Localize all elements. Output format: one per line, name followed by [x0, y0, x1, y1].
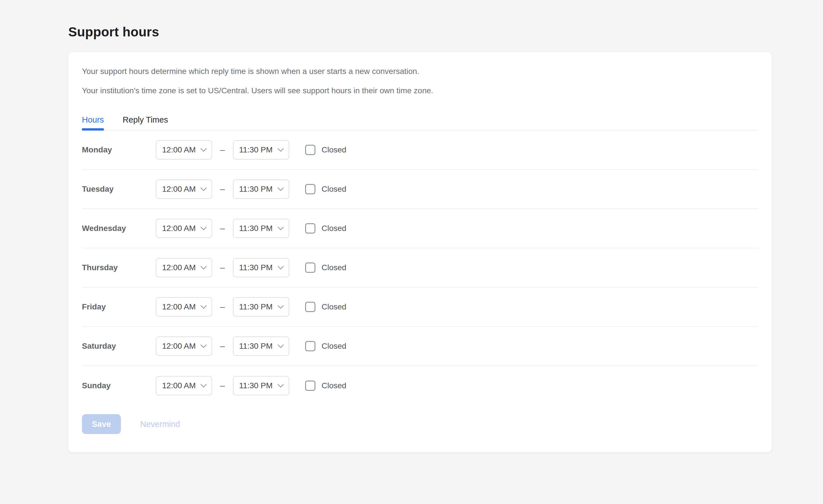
save-button[interactable]: Save [82, 414, 121, 434]
schedule-row-saturday: Saturday 12:00 AM – 11:30 PM Closed [82, 327, 758, 366]
time-range-separator: – [220, 341, 225, 351]
end-time-select[interactable]: 11:30 PM [233, 376, 289, 395]
end-time-select[interactable]: 11:30 PM [233, 336, 289, 356]
schedule-row-tuesday: Tuesday 12:00 AM – 11:30 PM Closed [82, 170, 758, 209]
closed-label: Closed [322, 302, 346, 311]
start-time-select[interactable]: 12:00 AM [156, 140, 212, 160]
nevermind-link[interactable]: Nevermind [140, 419, 180, 429]
time-range-separator: – [220, 263, 225, 273]
timezone-description: Your institution's time zone is set to U… [82, 85, 758, 97]
support-hours-description: Your support hours determine which reply… [82, 66, 758, 77]
support-hours-card: Your support hours determine which reply… [68, 52, 772, 452]
tab-hours[interactable]: Hours [82, 114, 104, 130]
chevron-down-icon [277, 185, 284, 191]
start-time-select[interactable]: 12:00 AM [156, 376, 212, 395]
time-range-separator: – [220, 145, 225, 155]
day-label: Saturday [82, 342, 156, 351]
closed-checkbox[interactable] [305, 341, 315, 351]
schedule-row-monday: Monday 12:00 AM – 11:30 PM Closed [82, 131, 758, 170]
day-label: Thursday [82, 263, 156, 272]
end-time-value: 11:30 PM [239, 224, 273, 233]
schedule-row-sunday: Sunday 12:00 AM – 11:30 PM Closed [82, 366, 758, 405]
closed-label: Closed [322, 145, 346, 154]
day-label: Friday [82, 302, 156, 311]
end-time-select[interactable]: 11:30 PM [233, 179, 289, 199]
end-time-value: 11:30 PM [239, 185, 273, 194]
start-time-select[interactable]: 12:00 AM [156, 258, 212, 277]
closed-checkbox[interactable] [305, 380, 315, 391]
chevron-down-icon [277, 302, 284, 309]
chevron-down-icon [200, 145, 207, 152]
end-time-value: 11:30 PM [239, 263, 273, 272]
support-hours-page: Support hours Your support hours determi… [0, 0, 823, 504]
schedule-row-thursday: Thursday 12:00 AM – 11:30 PM Closed [82, 248, 758, 288]
chevron-down-icon [200, 263, 207, 270]
end-time-value: 11:30 PM [239, 342, 273, 351]
chevron-down-icon [200, 302, 207, 309]
tab-bar: Hours Reply Times [82, 114, 758, 131]
start-time-select[interactable]: 12:00 AM [156, 219, 212, 238]
closed-checkbox[interactable] [305, 145, 315, 155]
closed-checkbox[interactable] [305, 263, 315, 273]
form-actions: Save Nevermind [82, 414, 758, 434]
start-time-select[interactable]: 12:00 AM [156, 297, 212, 317]
closed-label: Closed [322, 381, 346, 390]
closed-label: Closed [322, 224, 346, 233]
end-time-value: 11:30 PM [239, 302, 273, 311]
start-time-select[interactable]: 12:00 AM [156, 336, 212, 356]
closed-label: Closed [322, 263, 346, 272]
chevron-down-icon [277, 263, 284, 270]
start-time-value: 12:00 AM [162, 185, 196, 194]
chevron-down-icon [200, 381, 207, 388]
closed-checkbox[interactable] [305, 223, 315, 233]
chevron-down-icon [277, 342, 284, 348]
day-label: Tuesday [82, 185, 156, 194]
day-label: Sunday [82, 381, 156, 390]
start-time-value: 12:00 AM [162, 381, 196, 390]
closed-label: Closed [322, 342, 346, 351]
day-label: Monday [82, 145, 156, 154]
time-range-separator: – [220, 223, 225, 233]
start-time-value: 12:00 AM [162, 342, 196, 351]
end-time-value: 11:30 PM [239, 145, 273, 154]
hours-schedule: Monday 12:00 AM – 11:30 PM Closed Tuesda… [82, 131, 758, 405]
page-title: Support hours [68, 24, 159, 40]
start-time-value: 12:00 AM [162, 302, 196, 311]
time-range-separator: – [220, 184, 225, 194]
closed-checkbox[interactable] [305, 302, 315, 312]
schedule-row-friday: Friday 12:00 AM – 11:30 PM Closed [82, 288, 758, 327]
end-time-select[interactable]: 11:30 PM [233, 219, 289, 238]
day-label: Wednesday [82, 224, 156, 233]
chevron-down-icon [200, 224, 207, 230]
start-time-select[interactable]: 12:00 AM [156, 179, 212, 199]
time-range-separator: – [220, 302, 225, 312]
start-time-value: 12:00 AM [162, 224, 196, 233]
closed-label: Closed [322, 185, 346, 194]
chevron-down-icon [277, 381, 284, 388]
tab-reply-times[interactable]: Reply Times [123, 114, 168, 130]
end-time-value: 11:30 PM [239, 381, 273, 390]
end-time-select[interactable]: 11:30 PM [233, 258, 289, 277]
start-time-value: 12:00 AM [162, 145, 196, 154]
chevron-down-icon [277, 224, 284, 230]
chevron-down-icon [200, 185, 207, 191]
end-time-select[interactable]: 11:30 PM [233, 140, 289, 160]
start-time-value: 12:00 AM [162, 263, 196, 272]
closed-checkbox[interactable] [305, 184, 315, 194]
chevron-down-icon [200, 342, 207, 348]
chevron-down-icon [277, 145, 284, 152]
end-time-select[interactable]: 11:30 PM [233, 297, 289, 317]
time-range-separator: – [220, 381, 225, 390]
schedule-row-wednesday: Wednesday 12:00 AM – 11:30 PM Closed [82, 209, 758, 248]
